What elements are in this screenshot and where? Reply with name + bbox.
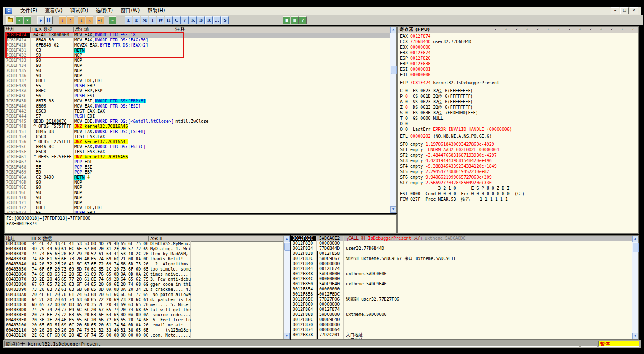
handles-window-button[interactable]: H bbox=[165, 16, 173, 24]
menu-item-view[interactable]: 查看(V) bbox=[41, 7, 66, 15]
menu-item-options[interactable]: 选项(T) bbox=[92, 7, 117, 15]
animate-into-button[interactable]: ⇊ bbox=[78, 16, 85, 24]
register-line[interactable]: ECX 77D6B44D user32.77D6B44D bbox=[398, 39, 638, 44]
stack-row[interactable]: 0012F8440012F874 bbox=[291, 266, 632, 271]
appearance-button[interactable]: ▦ bbox=[291, 16, 299, 24]
disassembly-scrollbar[interactable]: ▲ ▼ bbox=[390, 27, 396, 213]
disasm-row[interactable]: 7C81F470 90NOP bbox=[5, 195, 390, 200]
dump-row[interactable]: 004030C06D 65 72 0D0A 0D 0A 2035 2E 20 4… bbox=[5, 302, 283, 307]
dump-row[interactable]: 004030400A 20 32 2E20 41 6C 676F 72 69 7… bbox=[5, 262, 283, 267]
close-window-button[interactable]: × bbox=[630, 7, 638, 14]
restart-button[interactable]: « bbox=[16, 16, 23, 24]
scroll-down-button[interactable]: ▼ bbox=[632, 333, 638, 339]
register-line[interactable]: C 0 ES 0023 32位 0(FFFFFFFF) bbox=[398, 88, 638, 94]
register-line[interactable]: ESI 00000001 bbox=[398, 66, 638, 72]
dump-row[interactable]: 0040300044 4C 47 434C 41 53 5300 4D 79 4… bbox=[5, 241, 283, 246]
register-line[interactable]: ESP 0012F82C bbox=[398, 55, 638, 61]
scroll-up-button[interactable]: ▲ bbox=[284, 236, 290, 242]
menu-item-help[interactable]: 帮助(H) bbox=[143, 7, 169, 15]
disasm-row[interactable]: 7C81F43A 8BECMOV EBP,ESP bbox=[5, 88, 390, 94]
disasm-row[interactable]: 7C81F46D 90NOP bbox=[5, 180, 390, 185]
minimize-button[interactable]: – bbox=[611, 7, 619, 14]
step-over-button[interactable]: ↴ bbox=[67, 16, 74, 24]
dump-scrollbar[interactable]: ▲ ▼ bbox=[283, 236, 290, 339]
threads-window-button[interactable]: T bbox=[149, 16, 156, 24]
register-line[interactable]: T 0 GS 0000 NULL bbox=[398, 116, 638, 121]
disasm-row[interactable]: 7C81F45F 85C0TEST EAX,EAX bbox=[5, 149, 390, 155]
disasm-row[interactable]: 7C81F461^ 0F85 EF75FFFFJNZ kernel32.7C81… bbox=[5, 155, 390, 160]
cpu-window-button[interactable]: C bbox=[173, 16, 181, 24]
disasm-row[interactable]: 7C81F442 85C0TEST EAX,EAX bbox=[5, 109, 390, 114]
register-line[interactable]: ST7 empty 2.5669277042848504920e+330 bbox=[398, 180, 638, 185]
disasm-row[interactable]: 7C81F440 8B06MOV EAX,DWORD PTR DS:[ESI] bbox=[5, 104, 390, 109]
disasm-row[interactable]: 7C81F44B^ 0F85 F575FFFFJNZ kernel32.7C81… bbox=[5, 124, 390, 129]
stack-row[interactable]: 0012F85400000000 bbox=[291, 287, 632, 292]
dump-row[interactable]: 0040306074 69 6D 6573 20 6E 6169 76 65 0… bbox=[5, 272, 283, 277]
dump-row[interactable]: 004030F020 36 2E 2046 65 65 6C20 66 72 6… bbox=[5, 318, 283, 323]
register-line[interactable]: FCW 027F Prec NEAR,53 掩码 1 1 1 1 1 1 bbox=[398, 196, 638, 202]
scroll-down-button[interactable]: ▼ bbox=[390, 206, 396, 213]
register-line[interactable]: A 0 SS 0023 32位 0(FFFFFFFF) bbox=[398, 99, 638, 105]
disasm-row[interactable]: 7C81F42D 0FB640 02MOVZX EAX,BYTE PTR DS:… bbox=[5, 43, 390, 48]
breakpoints-window-button[interactable]: B bbox=[197, 16, 205, 24]
dump-row[interactable]: 004030A020 4E 6F 2070 61 74 6368 20 61 6… bbox=[5, 292, 283, 297]
register-line[interactable]: EBX 0012F874 bbox=[398, 50, 638, 55]
stack-row[interactable]: 0012F83C5ADC9E67返回到 uxtheme.5ADC9E67 来自 … bbox=[291, 256, 632, 261]
register-line[interactable]: D 0 bbox=[398, 121, 638, 127]
register-line[interactable]: ST5 empty 2.2945477388019452230e+82 bbox=[398, 169, 638, 174]
disasm-row[interactable]: 7C81F45C 8B46 0CMOV EAX,DWORD PTR DS:[ES… bbox=[5, 144, 390, 149]
log-window-button[interactable]: L bbox=[125, 16, 132, 24]
disasm-row[interactable]: 7C81F46F 90NOP bbox=[5, 190, 390, 195]
stack-row[interactable]: 0012F86000000000 bbox=[291, 302, 632, 307]
register-line[interactable]: ST4 empty -9.3883454339234334120e+1849 bbox=[398, 163, 638, 169]
stack-row[interactable]: 0012F8380012F858 bbox=[291, 251, 632, 256]
menu-item-debug[interactable]: 调试(D) bbox=[66, 7, 92, 15]
dump-row[interactable]: 0040303074 68 61 6E6B 73 20 4B65 74 69 6… bbox=[5, 257, 283, 262]
call-stack-window-button[interactable]: K bbox=[189, 16, 197, 24]
step-into-button[interactable]: ↓ bbox=[59, 16, 66, 24]
dump-row[interactable]: 0040305074 6F 6F 2073 69 6D 706C 65 2C 2… bbox=[5, 267, 283, 272]
disasm-row[interactable]: 7C81F437 8BFFMOV EDI,EDI bbox=[5, 78, 390, 83]
disasm-row[interactable]: 7C81F451 8B46 08MOV EAX,DWORD PTR DS:[ES… bbox=[5, 129, 390, 134]
dump-row[interactable]: 0040307033 2E 20 4665 77 20 616E 74 69 2… bbox=[5, 277, 283, 282]
disasm-row[interactable]: 7C81F471 90NOP bbox=[5, 200, 390, 205]
register-line[interactable]: ST0 empty 1.1970618430693427860e-4929 bbox=[398, 141, 638, 147]
stack-row[interactable]: 0012F83477D6B44Duser32.77D6B44D bbox=[291, 246, 632, 251]
chevron-left-icons[interactable]: ‹‹‹‹‹‹‹‹‹‹‹‹‹‹ bbox=[495, 27, 638, 33]
scroll-up-button[interactable]: ▲ bbox=[390, 27, 396, 33]
register-line[interactable]: 3 2 1 0 E S P U O Z D I bbox=[398, 185, 638, 191]
disasm-row[interactable]: 7C81F431 C3RETN bbox=[5, 48, 390, 53]
stack-row[interactable]: 0012F85C77D27F06返回到 user32.77D27F06 bbox=[291, 297, 632, 302]
stack-row[interactable]: 0012F84C00000000 bbox=[291, 277, 632, 282]
disasm-row[interactable]: 7C81F4458B3D 3C10807CMOV EDI,DWORD PTR D… bbox=[5, 119, 390, 124]
register-line[interactable]: EFL 00000202 (NO,NB,NE,A,NS,PO,GE,G) bbox=[398, 133, 638, 139]
register-line[interactable]: EAX 0012F874 bbox=[398, 33, 638, 39]
stack-row[interactable]: 0012F87000000000 bbox=[291, 322, 632, 327]
register-line[interactable]: P 0 CS 001B 32位 0(FFFFFFFF) bbox=[398, 94, 638, 99]
dump-row[interactable]: 0040309073 20 63 7261 63 6B 6D65 0D 0A 0… bbox=[5, 287, 283, 292]
register-line[interactable]: EDI 00000000 bbox=[398, 72, 638, 77]
register-line[interactable]: ST1 empty -UNORM AAB2 002E002E 00000001 bbox=[398, 147, 638, 152]
dump-row[interactable]: 004030B064 2C 20 7061 74 63 6865 72 20 6… bbox=[5, 297, 283, 302]
options-button[interactable]: ≡ bbox=[283, 16, 290, 24]
disasm-row[interactable]: 7C81F472 8BFFMOV EDI,EDI bbox=[5, 205, 390, 210]
disasm-row[interactable]: 7C81F433 90NOP bbox=[5, 58, 390, 63]
dump-row[interactable]: 004031202E 63 6F 6D00 20 4E 6F74 65 00 0… bbox=[5, 333, 283, 338]
help-button[interactable]: ? bbox=[299, 16, 307, 24]
disasm-row[interactable]: 7C81F436 90NOP bbox=[5, 73, 390, 78]
disasm-row[interactable]: 7C81F432 90NOP bbox=[5, 53, 390, 58]
close-program-button[interactable]: × bbox=[24, 16, 31, 24]
stack-row[interactable]: 0012F8505ADC9E40uxtheme.5ADC9E40 bbox=[291, 282, 632, 287]
stack-row[interactable]: 0012F84000000000 bbox=[291, 261, 632, 266]
register-line[interactable]: ST3 empty 4.4201944439881548420e+496 bbox=[398, 158, 638, 163]
scroll-up-button[interactable]: ▲ bbox=[632, 236, 638, 242]
disasm-row[interactable]: 7C81F444 57PUSH EDI bbox=[5, 114, 390, 119]
register-line[interactable]: EIP 7C81F424 kernel32.IsDebuggerPresent bbox=[398, 80, 638, 86]
disasm-row[interactable]: 7C81F454 85C0TEST EAX,EAX bbox=[5, 134, 390, 139]
disasm-row[interactable]: 7C81F434 90NOP bbox=[5, 63, 390, 68]
register-line[interactable]: S 0 FS 003B 32位 7FFDF000(FFF) bbox=[398, 110, 638, 116]
disasm-row[interactable]: 7C81F467 5FPOP EDI bbox=[5, 160, 390, 165]
memory-window-button[interactable]: M bbox=[141, 16, 148, 24]
menu-item-file[interactable]: 文件(F) bbox=[16, 7, 41, 15]
dump-row[interactable]: 0040310020 65 6D 6169 6C 20 6D65 20 61 7… bbox=[5, 323, 283, 328]
